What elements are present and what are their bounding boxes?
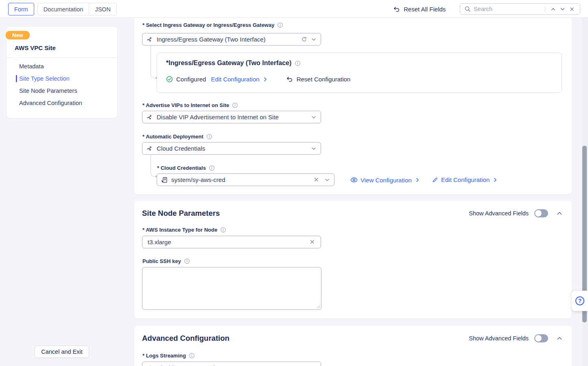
chevron-down-icon[interactable] bbox=[311, 114, 317, 120]
instance-type-label: * AWS Instance Type for Node bbox=[142, 227, 226, 233]
divider bbox=[7, 57, 117, 58]
ssh-key-label: Public SSH key bbox=[142, 258, 190, 264]
chevron-right-icon bbox=[415, 177, 420, 183]
reset-all-fields-label: Reset All Fields bbox=[404, 6, 446, 13]
undo-icon bbox=[393, 6, 400, 13]
show-advanced-label: Show Advanced Fields bbox=[469, 210, 529, 217]
chevron-right-icon bbox=[492, 177, 498, 183]
chevron-down-icon bbox=[560, 7, 565, 12]
eye-icon bbox=[350, 176, 358, 184]
resize-grip[interactable] bbox=[316, 305, 320, 309]
gateway-config-card: *Ingress/Egress Gateway (Two Interface) … bbox=[157, 53, 562, 93]
help-button[interactable]: ? bbox=[572, 291, 588, 311]
divider bbox=[545, 6, 545, 12]
instance-type-input[interactable]: t3.xlarge ✕ bbox=[142, 236, 321, 248]
ssh-key-textarea[interactable] bbox=[142, 267, 321, 309]
logs-streaming-label: * Logs Streaming bbox=[142, 353, 195, 359]
clear-icon[interactable]: ✕ bbox=[308, 239, 317, 245]
show-advanced-toggle[interactable] bbox=[534, 334, 548, 342]
search-input[interactable] bbox=[474, 6, 542, 12]
sidebar-item-site-type-selection[interactable]: Site Type Selection bbox=[7, 72, 117, 85]
info-icon[interactable] bbox=[184, 258, 190, 264]
show-advanced-toggle[interactable] bbox=[534, 209, 548, 217]
advertise-vips-select[interactable]: Disable VIP Advertisement to Internet on… bbox=[142, 111, 321, 123]
info-icon[interactable] bbox=[232, 102, 238, 108]
one-of-branch-icon bbox=[146, 145, 153, 152]
reset-configuration-link[interactable]: Reset Configuration bbox=[286, 76, 351, 83]
check-circle-icon bbox=[166, 76, 173, 83]
section-nav: Metadata Site Type Selection Site Node P… bbox=[7, 60, 117, 109]
top-toolbar: Form Documentation JSON Reset All Fields bbox=[0, 0, 588, 18]
close-icon bbox=[569, 7, 575, 12]
collapse-notch bbox=[13, 55, 18, 60]
sidebar-item-label: Site Type Selection bbox=[19, 75, 70, 82]
cloud-credentials-combobox[interactable]: system/sy-aws-cred ✕ bbox=[157, 173, 334, 186]
info-icon[interactable] bbox=[277, 22, 283, 28]
sidebar-item-site-node-parameters[interactable]: Site Node Parameters bbox=[7, 85, 117, 97]
section-title: Site Node Parameters bbox=[142, 209, 220, 218]
undo-icon bbox=[286, 76, 293, 83]
info-icon[interactable] bbox=[220, 227, 226, 233]
edit-credentials-configuration-link[interactable]: Edit Configuration bbox=[432, 176, 498, 183]
view-configuration-link[interactable]: View Configuration bbox=[350, 176, 420, 184]
collapse-section-icon[interactable] bbox=[556, 335, 563, 342]
section-title: Advanced Configuration bbox=[142, 334, 230, 343]
info-icon[interactable] bbox=[295, 60, 301, 66]
one-of-branch-icon bbox=[146, 114, 153, 121]
view-tabs: Form Documentation JSON bbox=[8, 3, 117, 15]
chevron-right-icon bbox=[262, 77, 268, 82]
search-icon bbox=[464, 6, 471, 12]
site-type-selection-section: * Select Ingress Gateway or Ingress/Egre… bbox=[134, 18, 572, 194]
gateway-card-title: *Ingress/Egress Gateway (Two Interface) bbox=[166, 59, 301, 67]
tab-form[interactable]: Form bbox=[8, 3, 34, 15]
chevron-down-icon[interactable] bbox=[311, 146, 317, 151]
show-advanced-cluster: Show Advanced Fields bbox=[469, 209, 563, 217]
gateway-field-label: * Select Ingress Gateway or Ingress/Egre… bbox=[142, 22, 283, 28]
nesting-connector bbox=[151, 155, 155, 177]
form-title: AWS VPC Site bbox=[15, 44, 56, 51]
search-prev-button[interactable] bbox=[549, 7, 558, 12]
chevron-down-icon[interactable] bbox=[311, 37, 317, 42]
object-reference-icon bbox=[161, 177, 168, 183]
one-of-branch-icon bbox=[146, 365, 153, 366]
info-icon[interactable] bbox=[206, 134, 212, 140]
logs-streaming-select[interactable]: Disable Logs Streaming bbox=[142, 362, 321, 366]
sidebar-item-metadata[interactable]: Metadata bbox=[7, 60, 117, 72]
active-indicator bbox=[16, 75, 17, 82]
site-node-parameters-section: Site Node Parameters Show Advanced Field… bbox=[134, 201, 572, 318]
tab-json[interactable]: JSON bbox=[89, 3, 117, 15]
info-icon[interactable] bbox=[189, 353, 195, 359]
automatic-deployment-select[interactable]: Cloud Credentials bbox=[142, 142, 321, 155]
chevron-down-icon[interactable] bbox=[324, 177, 330, 183]
status-badge: Configured bbox=[176, 76, 206, 83]
cloud-credentials-label: * Cloud Credentials bbox=[157, 165, 215, 171]
tab-documentation[interactable]: Documentation bbox=[37, 3, 90, 15]
info-icon[interactable] bbox=[209, 165, 215, 171]
advertise-vips-label: * Advertise VIPs to Internet on Site bbox=[142, 102, 238, 108]
new-badge: New bbox=[6, 31, 30, 39]
reset-all-fields-button[interactable]: Reset All Fields bbox=[393, 0, 446, 18]
refresh-icon[interactable] bbox=[301, 36, 307, 42]
search-box bbox=[460, 3, 580, 15]
cancel-and-exit-button[interactable]: Cancel and Exit bbox=[35, 346, 89, 358]
advanced-configuration-section: Advanced Configuration Show Advanced Fie… bbox=[134, 326, 572, 366]
collapse-section-icon[interactable] bbox=[556, 210, 563, 217]
advertise-vips-value: Disable VIP Advertisement to Internet on… bbox=[157, 114, 307, 121]
instance-type-value: t3.xlarge bbox=[148, 239, 304, 245]
sidebar-item-advanced-configuration[interactable]: Advanced Configuration bbox=[7, 97, 117, 109]
pencil-icon bbox=[432, 177, 438, 183]
logs-streaming-value: Disable Logs Streaming bbox=[157, 364, 307, 366]
nesting-connector bbox=[151, 46, 155, 78]
automatic-deployment-label: * Automatic Deployment bbox=[142, 134, 212, 140]
form-outline-panel: New AWS VPC Site Metadata Site Type Sele… bbox=[7, 27, 117, 118]
question-icon: ? bbox=[575, 296, 584, 305]
cloud-credentials-value: system/sy-aws-cred bbox=[171, 176, 308, 183]
sidebar-item-label: Metadata bbox=[19, 63, 44, 70]
edit-configuration-link[interactable]: Edit Configuration bbox=[211, 76, 268, 83]
clear-icon[interactable]: ✕ bbox=[312, 177, 321, 183]
search-next-button[interactable] bbox=[558, 7, 567, 12]
search-clear-button[interactable] bbox=[567, 7, 577, 12]
chevron-up-icon bbox=[551, 7, 556, 12]
one-of-branch-icon bbox=[146, 36, 153, 43]
gateway-select[interactable]: Ingress/Egress Gateway (Two Interface) bbox=[142, 33, 321, 46]
